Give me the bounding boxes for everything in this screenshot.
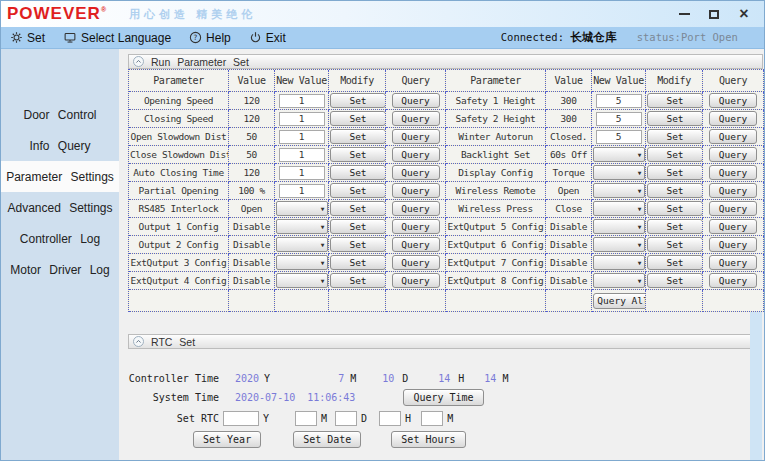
set-button[interactable]: Set — [330, 111, 386, 126]
new-value-dropdown[interactable]: ▼ — [593, 183, 645, 198]
set-minute-input[interactable] — [421, 411, 443, 426]
new-value-dropdown[interactable]: ▼ — [276, 201, 328, 216]
query-cell: Query — [703, 200, 764, 218]
set-button[interactable]: Set — [647, 273, 703, 288]
set-date-button[interactable]: Set Date — [293, 431, 361, 448]
maximize-button[interactable] — [706, 6, 722, 22]
new-value-dropdown[interactable]: ▼ — [276, 237, 328, 252]
query-button[interactable]: Query — [392, 219, 440, 234]
select-language-menu-item[interactable]: Select Language — [63, 31, 171, 45]
help-menu-item[interactable]: ? Help — [189, 31, 231, 45]
set-year-input[interactable] — [223, 411, 259, 426]
set-button[interactable]: Set — [330, 219, 386, 234]
minute-unit-label: M — [502, 373, 508, 384]
set-month-input[interactable] — [295, 411, 317, 426]
rtc-panel-header[interactable]: RTC Set — [128, 334, 753, 349]
new-value-input[interactable] — [279, 112, 325, 126]
set-button[interactable]: Set — [647, 147, 703, 162]
sidebar-item-info-query[interactable]: Info Query — [1, 130, 119, 161]
new-value-dropdown[interactable]: ▼ — [593, 165, 645, 180]
query-button[interactable]: Query — [392, 129, 440, 144]
set-button[interactable]: Set — [330, 165, 386, 180]
set-menu-item[interactable]: Set — [10, 31, 45, 45]
set-button[interactable]: Set — [647, 255, 703, 270]
query-button[interactable]: Query — [709, 165, 757, 180]
query-button[interactable]: Query — [392, 255, 440, 270]
sidebar-item-parameter-settings[interactable]: Parameter Settings — [1, 161, 119, 192]
new-value-input[interactable] — [596, 112, 642, 126]
set-button[interactable]: Set — [330, 201, 386, 216]
sidebar-item-advanced-settings[interactable]: Advanced Settings — [1, 192, 119, 223]
minimize-button[interactable] — [676, 6, 692, 22]
month-unit-label: M — [350, 373, 356, 384]
query-button[interactable]: Query — [392, 201, 440, 216]
collapse-chevron-icon[interactable] — [133, 56, 144, 67]
query-button[interactable]: Query — [709, 273, 757, 288]
new-value-dropdown[interactable]: ▼ — [593, 219, 645, 234]
parameter-value-cell: 300 — [546, 110, 592, 128]
query-button[interactable]: Query — [392, 237, 440, 252]
set-button[interactable]: Set — [330, 147, 386, 162]
set-day-input[interactable] — [335, 411, 357, 426]
set-button[interactable]: Set — [647, 129, 703, 144]
new-value-input[interactable] — [596, 130, 642, 144]
close-button[interactable]: × — [736, 6, 752, 22]
query-button[interactable]: Query — [392, 165, 440, 180]
query-button[interactable]: Query — [392, 273, 440, 288]
day-unit-label: D — [402, 373, 408, 384]
new-value-dropdown[interactable]: ▼ — [593, 255, 645, 270]
set-button[interactable]: Set — [330, 93, 386, 108]
query-button[interactable]: Query — [709, 183, 757, 198]
set-button[interactable]: Set — [647, 183, 703, 198]
query-button[interactable]: Query — [392, 147, 440, 162]
new-value-input[interactable] — [279, 166, 325, 180]
new-value-input[interactable] — [279, 94, 325, 108]
exit-menu-item[interactable]: Exit — [249, 31, 286, 45]
set-button[interactable]: Set — [330, 273, 386, 288]
new-value-input[interactable] — [279, 184, 325, 198]
new-value-input[interactable] — [279, 130, 325, 144]
query-button[interactable]: Query — [392, 183, 440, 198]
set-hour-input[interactable] — [379, 411, 401, 426]
new-value-dropdown[interactable]: ▼ — [276, 273, 328, 288]
new-value-dropdown[interactable]: ▼ — [276, 255, 328, 270]
sidebar-item-motor-driver-log[interactable]: Motor Driver Log — [1, 254, 119, 285]
set-button[interactable]: Set — [647, 219, 703, 234]
query-button[interactable]: Query — [709, 111, 757, 126]
query-button[interactable]: Query — [709, 237, 757, 252]
new-value-dropdown[interactable]: ▼ — [593, 201, 645, 216]
new-value-dropdown[interactable]: ▼ — [593, 237, 645, 252]
new-value-dropdown[interactable]: ▼ — [593, 273, 645, 288]
collapse-chevron-icon[interactable] — [133, 336, 144, 347]
set-button[interactable]: Set — [330, 237, 386, 252]
query-button[interactable]: Query — [709, 147, 757, 162]
new-value-dropdown[interactable]: ▼ — [276, 219, 328, 234]
query-button[interactable]: Query — [709, 93, 757, 108]
set-button[interactable]: Set — [330, 255, 386, 270]
set-button[interactable]: Set — [330, 183, 386, 198]
new-value-dropdown[interactable]: ▼ — [593, 147, 645, 162]
query-button[interactable]: Query — [392, 93, 440, 108]
query-button[interactable]: Query — [709, 129, 757, 144]
set-button[interactable]: Set — [330, 129, 386, 144]
sidebar-item-controller-log[interactable]: Controller Log — [1, 223, 119, 254]
controller-time-label: Controller Time — [128, 373, 219, 384]
set-button[interactable]: Set — [647, 111, 703, 126]
set-button[interactable]: Set — [647, 237, 703, 252]
set-button[interactable]: Set — [647, 201, 703, 216]
new-value-input[interactable] — [279, 148, 325, 162]
query-button[interactable]: Query — [709, 201, 757, 216]
query-button[interactable]: Query — [709, 255, 757, 270]
query-all-button[interactable]: Query All — [593, 293, 646, 309]
sidebar-item-door-control[interactable]: Door Control — [1, 99, 119, 130]
set-button[interactable]: Set — [647, 93, 703, 108]
query-button[interactable]: Query — [392, 111, 440, 126]
query-button[interactable]: Query — [709, 219, 757, 234]
query-time-button[interactable]: Query Time — [403, 389, 483, 406]
set-hours-button[interactable]: Set Hours — [391, 431, 465, 448]
chevron-down-icon: ▼ — [638, 277, 641, 284]
run-parameter-panel-header[interactable]: Run Parameter Set — [128, 54, 763, 69]
set-button[interactable]: Set — [647, 165, 703, 180]
new-value-input[interactable] — [596, 94, 642, 108]
set-year-button[interactable]: Set Year — [193, 431, 261, 448]
